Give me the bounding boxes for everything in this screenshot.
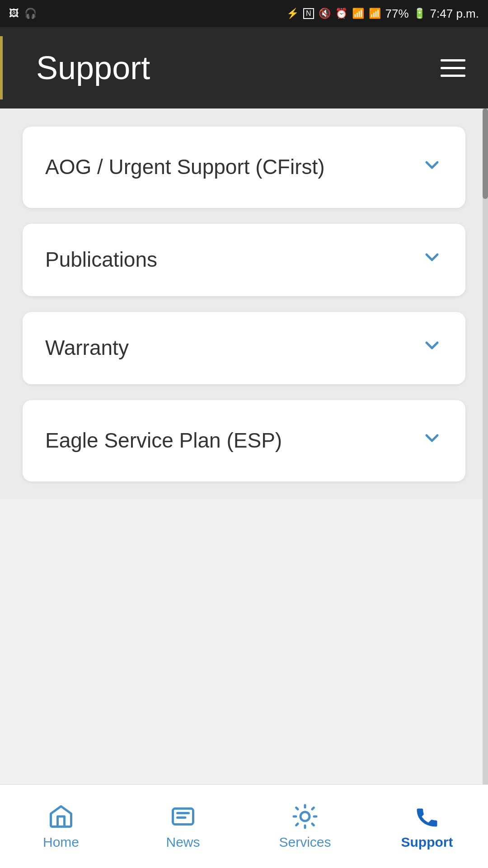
nfc-icon: N bbox=[303, 8, 314, 19]
scrollbar-track[interactable] bbox=[483, 108, 488, 784]
accordion-title-esp: Eagle Service Plan (ESP) bbox=[45, 427, 421, 454]
nav-label-services: Services bbox=[279, 835, 331, 850]
hamburger-line-2 bbox=[441, 67, 465, 69]
home-icon bbox=[47, 803, 75, 830]
nav-item-news[interactable]: News bbox=[122, 803, 244, 850]
accordion-title-publications: Publications bbox=[45, 246, 421, 274]
main-content: AOG / Urgent Support (CFirst) Publicatio… bbox=[0, 108, 488, 500]
headset-icon: 🎧 bbox=[24, 8, 37, 19]
chevron-down-icon-publications bbox=[421, 246, 443, 273]
nav-item-home[interactable]: Home bbox=[0, 803, 122, 850]
status-bar-left-icons: 🖼 🎧 bbox=[9, 8, 37, 19]
nav-label-home: Home bbox=[43, 835, 79, 850]
battery-percent: 77% bbox=[385, 7, 409, 21]
news-icon bbox=[169, 803, 197, 830]
time-display: 7:47 p.m. bbox=[430, 7, 479, 21]
accordion-item-esp[interactable]: Eagle Service Plan (ESP) bbox=[23, 400, 465, 481]
accordion-item-warranty[interactable]: Warranty bbox=[23, 312, 465, 384]
page-title: Support bbox=[23, 49, 150, 86]
status-bar-right-icons: ⚡ N 🔇 ⏰ 📶 📶 77% 🔋 7:47 p.m. bbox=[286, 7, 479, 21]
hamburger-line-1 bbox=[441, 59, 465, 61]
mute-icon: 🔇 bbox=[319, 8, 331, 19]
wifi-icon: 📶 bbox=[352, 8, 364, 19]
nav-label-support: Support bbox=[401, 835, 453, 850]
page-header: Support bbox=[0, 27, 488, 108]
hamburger-menu-button[interactable] bbox=[441, 59, 465, 77]
services-icon bbox=[291, 803, 319, 830]
header-accent-bar bbox=[0, 36, 3, 99]
alarm-icon: ⏰ bbox=[335, 8, 347, 19]
accordion-item-publications[interactable]: Publications bbox=[23, 224, 465, 296]
bluetooth-icon: ⚡ bbox=[286, 8, 299, 19]
scrollbar-thumb[interactable] bbox=[483, 108, 488, 199]
chevron-down-icon-esp bbox=[421, 427, 443, 454]
chevron-down-icon-aog bbox=[421, 154, 443, 181]
nav-item-support[interactable]: Support bbox=[366, 803, 488, 850]
support-icon bbox=[413, 803, 441, 830]
accordion-title-aog: AOG / Urgent Support (CFirst) bbox=[45, 154, 421, 181]
accordion-item-aog[interactable]: AOG / Urgent Support (CFirst) bbox=[23, 127, 465, 208]
gallery-icon: 🖼 bbox=[9, 8, 19, 19]
svg-point-3 bbox=[300, 812, 310, 821]
status-bar: 🖼 🎧 ⚡ N 🔇 ⏰ 📶 📶 77% 🔋 7:47 p.m. bbox=[0, 0, 488, 27]
chevron-down-icon-warranty bbox=[421, 335, 443, 361]
signal-icon: 📶 bbox=[369, 8, 381, 19]
nav-label-news: News bbox=[166, 835, 200, 850]
nav-item-services[interactable]: Services bbox=[244, 803, 366, 850]
accordion-title-warranty: Warranty bbox=[45, 335, 421, 362]
hamburger-line-3 bbox=[441, 75, 465, 77]
battery-icon: 🔋 bbox=[413, 8, 426, 19]
bottom-navigation: Home News Services Support bbox=[0, 784, 488, 868]
